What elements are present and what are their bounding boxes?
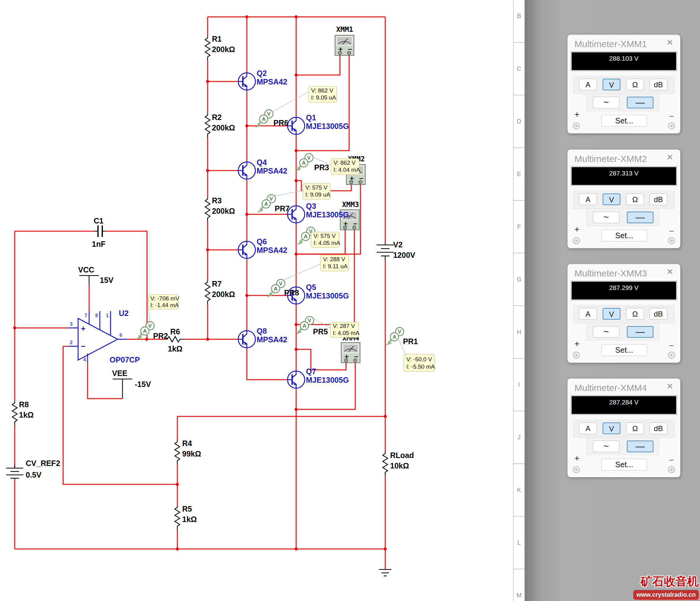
opamp-U2[interactable]: + − 3 2 6 7 8 1 4	[68, 311, 127, 363]
label-r6-val: 1kΩ	[168, 345, 182, 353]
volts-button[interactable]: V	[603, 79, 620, 90]
ground-symbol[interactable]	[379, 570, 391, 576]
close-icon[interactable]: ✕	[666, 382, 673, 391]
opamp-pin1: 1	[106, 313, 109, 318]
callout-pr7[interactable]: V: 575 V I: 9.09 uA	[303, 183, 330, 199]
pr4-v: V: 575 V	[314, 233, 336, 239]
ac-mode-button[interactable]: ~	[593, 441, 620, 452]
dc-mode-button[interactable]: —	[627, 326, 653, 338]
minus-terminal-label: −	[669, 111, 674, 121]
volts-button[interactable]: V	[603, 194, 620, 205]
plus-terminal-label: +	[574, 224, 579, 234]
resistor-R4[interactable]	[175, 440, 180, 465]
meter-icon-xmm1[interactable]	[335, 35, 354, 55]
transistor-Q4[interactable]	[238, 162, 255, 179]
probe-PR1[interactable]	[386, 328, 404, 345]
resistor-R7[interactable]	[205, 280, 210, 305]
transistor-Q7[interactable]	[288, 371, 305, 388]
db-button[interactable]: dB	[649, 308, 667, 320]
probe-PR7[interactable]	[258, 195, 276, 212]
callout-pr2[interactable]: V: -706 mV I: -1.44 mA	[148, 295, 179, 309]
set-button[interactable]: Set...	[601, 115, 647, 127]
ohms-button[interactable]: Ω	[626, 79, 644, 90]
resistor-R2[interactable]	[205, 113, 210, 138]
label-r8-val: 1kΩ	[19, 410, 34, 419]
label-v2-ref: V2	[393, 240, 403, 249]
volts-button[interactable]: V	[603, 423, 620, 434]
meter-icon-xmm4[interactable]	[341, 343, 360, 363]
resistor-R6[interactable]	[165, 336, 184, 342]
db-button[interactable]: dB	[649, 423, 667, 434]
transistor-Q8[interactable]	[238, 331, 255, 348]
db-button[interactable]: dB	[649, 194, 667, 205]
dc-mode-button[interactable]: —	[627, 97, 653, 108]
minus-terminal[interactable]	[668, 122, 675, 129]
callout-pr6[interactable]: V: 862 V I: 9.05 uA	[309, 86, 337, 102]
probe-PR3[interactable]	[296, 154, 313, 172]
resistor-R5[interactable]	[175, 505, 180, 530]
battery-CV_REF2[interactable]	[6, 465, 23, 478]
capacitor-C1[interactable]	[94, 225, 105, 237]
meter-reading: 287.299 V	[609, 284, 639, 291]
label-vcc-ref: VCC	[78, 266, 94, 274]
battery-V2[interactable]	[377, 242, 394, 260]
plus-terminal-label: +	[574, 453, 579, 463]
probe-PR6[interactable]	[255, 110, 273, 128]
close-icon[interactable]: ✕	[666, 268, 673, 276]
callout-pr3[interactable]: V: 862 V I: 4.04 mA	[331, 158, 360, 175]
dc-mode-button[interactable]: —	[627, 211, 653, 223]
minus-terminal[interactable]	[668, 351, 675, 359]
minus-terminal[interactable]	[668, 237, 675, 244]
amps-button[interactable]: A	[579, 194, 597, 205]
plus-terminal[interactable]	[573, 466, 580, 473]
amps-button[interactable]: A	[579, 423, 597, 434]
probe-PR5[interactable]	[296, 317, 314, 334]
label-cvref-val: 0.5V	[26, 471, 42, 479]
vcc-rail[interactable]	[79, 276, 99, 285]
ruler-letter: B	[517, 12, 521, 20]
mode-button-row: ~ —	[586, 323, 659, 341]
plus-terminal[interactable]	[573, 351, 580, 359]
transistor-Q2[interactable]	[238, 73, 255, 90]
set-button[interactable]: Set...	[601, 344, 647, 356]
volts-button[interactable]: V	[603, 308, 620, 320]
set-button[interactable]: Set...	[601, 459, 647, 471]
dc-mode-button[interactable]: —	[627, 441, 653, 452]
resistor-R1[interactable]	[205, 36, 210, 60]
vee-rail[interactable]	[113, 379, 132, 399]
probe-PR2[interactable]	[136, 322, 154, 340]
opamp-pin6: 6	[119, 332, 122, 338]
watermark-title: 矿石收音机	[633, 574, 699, 590]
transistor-Q3[interactable]	[288, 206, 305, 223]
amps-button[interactable]: A	[579, 308, 597, 320]
plus-terminal[interactable]	[573, 237, 580, 244]
callout-pr1[interactable]: V: -50.0 V I: -5.50 mA	[404, 354, 435, 371]
probe-PR8[interactable]	[267, 279, 285, 297]
pr7-v: V: 575 V	[305, 184, 328, 191]
ohms-button[interactable]: Ω	[626, 423, 644, 434]
transistor-Q1[interactable]	[288, 117, 305, 134]
resistor-R8[interactable]	[12, 401, 17, 426]
transistor-Q6[interactable]	[238, 241, 255, 258]
close-icon[interactable]: ✕	[666, 153, 673, 162]
callout-pr5[interactable]: V: 287 V I: 4.05 mA	[330, 322, 359, 337]
ruler-letter: M	[517, 592, 522, 599]
set-button[interactable]: Set...	[601, 230, 647, 242]
meter-display: 288.103 V	[571, 52, 677, 71]
callout-pr4[interactable]: V: 575 V I: 4.05 mA	[311, 232, 340, 247]
close-icon[interactable]: ✕	[666, 39, 673, 47]
plus-terminal[interactable]	[573, 122, 580, 129]
ac-mode-button[interactable]: ~	[593, 326, 620, 338]
amps-button[interactable]: A	[579, 79, 597, 90]
unit-button-row: A V Ω dB	[573, 76, 675, 94]
minus-terminal[interactable]	[668, 466, 675, 473]
resistor-RLoad[interactable]	[383, 452, 388, 476]
ruler-letter: I	[518, 381, 520, 388]
callout-pr8[interactable]: V: 288 V I: 9.11 uA	[321, 255, 349, 271]
ac-mode-button[interactable]: ~	[593, 97, 620, 108]
db-button[interactable]: dB	[649, 79, 667, 90]
ohms-button[interactable]: Ω	[626, 194, 644, 205]
ohms-button[interactable]: Ω	[626, 308, 644, 320]
resistor-R3[interactable]	[205, 197, 210, 222]
ac-mode-button[interactable]: ~	[593, 211, 620, 223]
